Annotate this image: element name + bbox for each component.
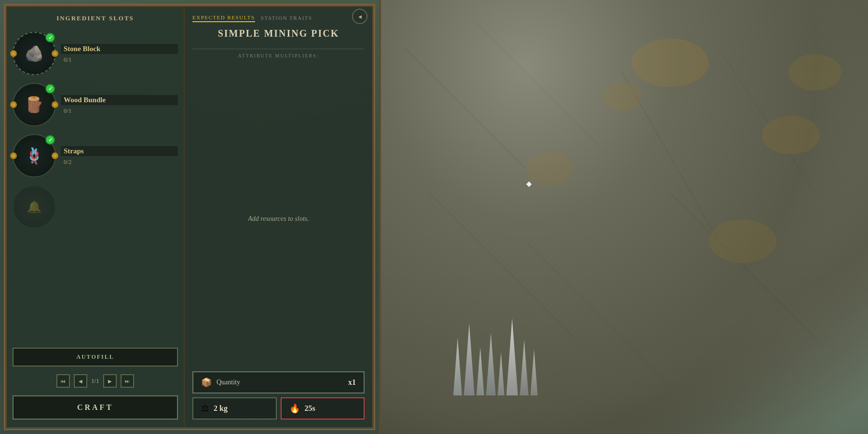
page-indicator: 1/1 bbox=[91, 377, 99, 385]
tab-expected-results[interactable]: EXPECTED RESULTS bbox=[192, 14, 255, 22]
left-panel: ◂ INGREDIENT SLOTS 🪨 ✓ Stone Block 0/1 bbox=[0, 0, 381, 434]
svg-line-4 bbox=[429, 193, 574, 338]
bottom-controls: 📦 Quantity x1 ⚖ 2 kg 🔥 25s bbox=[192, 371, 365, 420]
ingredient-slot-3[interactable]: 🪢 ✓ Straps 0/2 bbox=[13, 132, 178, 179]
weight-icon: ⚖ bbox=[201, 403, 209, 414]
ingredient-slot-2[interactable]: 🪵 ✓ Wood Bundle 0/1 bbox=[13, 81, 178, 128]
svg-point-9 bbox=[603, 82, 641, 111]
stud-left-3 bbox=[10, 152, 17, 159]
stud-left-1 bbox=[10, 50, 17, 57]
quantity-icon: 📦 bbox=[201, 377, 212, 388]
stud-right-2 bbox=[52, 101, 58, 108]
check-badge-3: ✓ bbox=[45, 135, 55, 145]
slot-info-2: Wood Bundle 0/1 bbox=[61, 95, 178, 115]
empty-slot-icon: 🔔 bbox=[27, 200, 41, 214]
add-resources-hint: Add resources to slots. bbox=[192, 66, 365, 371]
back-button[interactable]: ◂ bbox=[352, 9, 367, 24]
slot-icon-wrapper-1: 🪨 ✓ bbox=[13, 32, 56, 75]
ingredients-panel: INGREDIENT SLOTS 🪨 ✓ Stone Block 0/1 bbox=[6, 6, 184, 428]
svg-point-7 bbox=[632, 39, 709, 87]
slot-icon-wrapper-4: 🔔 bbox=[13, 185, 56, 229]
check-badge-1: ✓ bbox=[45, 33, 55, 42]
slot-info-1: Stone Block 0/1 bbox=[61, 44, 178, 64]
slot-name-3: Straps bbox=[61, 146, 178, 156]
svg-line-6 bbox=[670, 193, 815, 338]
slot-icon-wrapper-2: 🪵 ✓ bbox=[13, 83, 56, 126]
slot-name-2: Wood Bundle bbox=[61, 95, 178, 105]
stud-right-3 bbox=[52, 152, 58, 159]
ingredient-slot-4[interactable]: 🔔 bbox=[13, 183, 178, 231]
slot-circle-4: 🔔 bbox=[13, 185, 56, 229]
stud-left-2 bbox=[10, 101, 17, 108]
slot-count-2: 0/1 bbox=[61, 107, 178, 115]
right-panel bbox=[381, 0, 868, 434]
crafting-window: INGREDIENT SLOTS 🪨 ✓ Stone Block 0/1 bbox=[6, 6, 373, 428]
slot-icon-wrapper-3: 🪢 ✓ bbox=[13, 134, 56, 177]
stone-block-icon: 🪨 bbox=[25, 44, 44, 63]
divider-1 bbox=[192, 49, 365, 49]
time-value: 25s bbox=[305, 404, 315, 413]
rock-scene bbox=[381, 0, 868, 434]
svg-point-11 bbox=[526, 152, 574, 186]
page-last-button[interactable]: ⏭ bbox=[121, 374, 134, 388]
fire-icon: 🔥 bbox=[289, 403, 300, 414]
stud-right-1 bbox=[52, 50, 58, 57]
page-next-button[interactable]: ▶ bbox=[103, 374, 117, 388]
weight-box: ⚖ 2 kg bbox=[192, 397, 277, 420]
autofill-button[interactable]: AUTOFILL bbox=[13, 348, 178, 366]
page-first-button[interactable]: ⏮ bbox=[56, 374, 70, 388]
results-tabs: EXPECTED RESULTS STATION TRAITS bbox=[192, 14, 365, 22]
quantity-value: x1 bbox=[348, 378, 356, 387]
quantity-row[interactable]: 📦 Quantity x1 bbox=[192, 371, 365, 393]
item-title: SIMPLE MINING PICK bbox=[192, 28, 365, 39]
results-panel: EXPECTED RESULTS STATION TRAITS SIMPLE M… bbox=[184, 6, 373, 428]
svg-point-10 bbox=[709, 219, 776, 263]
pagination-controls: ⏮ ◀ 1/1 ▶ ⏭ bbox=[13, 370, 178, 392]
svg-line-1 bbox=[477, 24, 598, 145]
attribute-label: ATTRIBUTE MULTIPLIERS: bbox=[192, 53, 365, 58]
stats-row: ⚖ 2 kg 🔥 25s bbox=[192, 397, 365, 420]
weight-value: 2 kg bbox=[214, 404, 228, 413]
wood-bundle-icon: 🪵 bbox=[25, 95, 44, 114]
quantity-label: Quantity bbox=[217, 379, 348, 386]
slot-count-3: 0/2 bbox=[61, 158, 178, 166]
ingredients-title: INGREDIENT SLOTS bbox=[13, 14, 178, 22]
craft-button[interactable]: CRAFT bbox=[13, 395, 178, 420]
ingredient-slot-1[interactable]: 🪨 ✓ Stone Block 0/1 bbox=[13, 30, 178, 77]
page-prev-button[interactable]: ◀ bbox=[74, 374, 87, 388]
check-badge-2: ✓ bbox=[45, 84, 55, 94]
crystal-formation bbox=[453, 318, 538, 395]
slot-info-3: Straps 0/2 bbox=[61, 146, 178, 166]
slot-count-1: 0/1 bbox=[61, 56, 178, 64]
svg-line-5 bbox=[526, 241, 670, 386]
svg-point-8 bbox=[762, 116, 820, 154]
svg-point-12 bbox=[788, 54, 841, 91]
straps-icon: 🪢 bbox=[25, 147, 44, 165]
svg-line-0 bbox=[405, 48, 526, 169]
time-box: 🔥 25s bbox=[281, 397, 365, 420]
slot-name-1: Stone Block bbox=[61, 44, 178, 54]
tab-station-traits[interactable]: STATION TRAITS bbox=[261, 15, 312, 22]
